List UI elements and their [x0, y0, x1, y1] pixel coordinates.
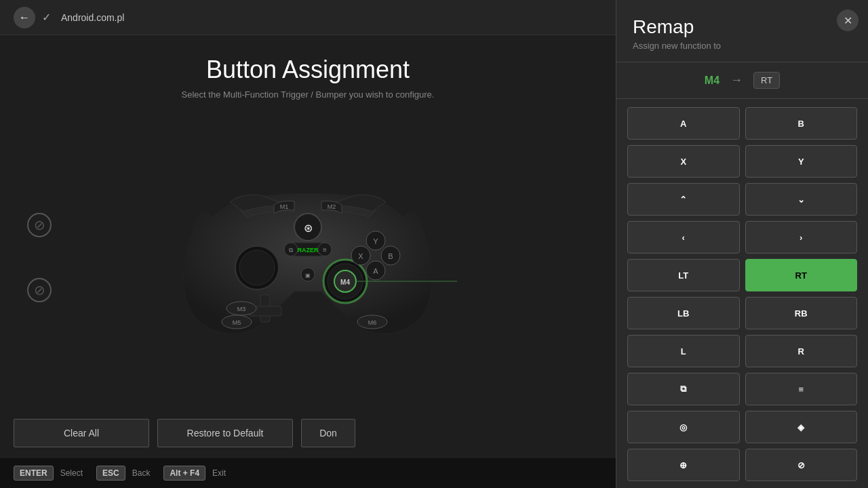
page-subtitle: Select the Multi-Function Trigger / Bump… — [14, 89, 602, 100]
enter-key: ENTER — [14, 466, 54, 481]
grid-btn-ls[interactable]: L — [627, 335, 740, 367]
done-button[interactable]: Don — [301, 419, 355, 447]
url-text: Android.com.pl — [61, 12, 124, 23]
alt-f4-label: Exit — [212, 468, 226, 478]
svg-text:Y: Y — [373, 237, 378, 245]
header-bar: ← ✓ Android.com.pl — [0, 0, 616, 35]
svg-text:M3: M3 — [237, 306, 246, 312]
svg-text:M2: M2 — [328, 203, 336, 210]
assign-from: M4 — [705, 75, 719, 87]
grid-btn-menu[interactable]: ≡ — [745, 373, 858, 405]
svg-text:M6: M6 — [368, 319, 377, 326]
remap-panel: ✕ Remap Assign new function to M4 → RT A… — [616, 0, 868, 488]
enter-label: Select — [60, 468, 83, 478]
grid-btn-guide_l[interactable]: ◎ — [627, 411, 740, 443]
assign-arrow: → — [730, 73, 743, 87]
grid-btn-y[interactable]: Y — [745, 145, 858, 178]
svg-text:B: B — [388, 252, 393, 260]
button-grid: ABXY⌃⌄‹›LTRTLBRBLR⧉≡◎◈⊕⊘ — [616, 99, 868, 488]
grid-btn-lt[interactable]: LT — [627, 259, 740, 291]
verified-icon: ✓ — [42, 11, 56, 24]
svg-text:≡: ≡ — [323, 246, 327, 253]
grid-btn-up[interactable]: ⌃ — [627, 183, 740, 216]
clear-all-button[interactable]: Clear All — [14, 419, 149, 447]
esc-key: ESC — [96, 466, 125, 481]
r-label: R — [846, 467, 854, 481]
svg-text:M5: M5 — [233, 319, 241, 326]
grid-btn-view[interactable]: ⧉ — [627, 373, 740, 405]
no-sign-bottom: ⊘ — [27, 278, 52, 302]
remap-header: Remap Assign new function to — [616, 0, 868, 62]
restore-default-button[interactable]: Restore to Default — [157, 419, 293, 447]
svg-text:RAZER: RAZER — [298, 247, 319, 253]
grid-btn-left[interactable]: ‹ — [627, 221, 740, 253]
grid-btn-b[interactable]: B — [745, 107, 858, 140]
grid-btn-down[interactable]: ⌄ — [745, 183, 858, 216]
assignment-row: M4 → RT — [616, 62, 868, 99]
grid-btn-none[interactable]: ⊘ — [745, 449, 858, 481]
controller-area: ⊘ ⊘ — [0, 106, 616, 408]
bottom-controls: Clear All Restore to Default Don — [0, 408, 616, 458]
controller-image: ⊛ RAZER ≡ ⧉ — [159, 163, 457, 352]
no-sign-top: ⊘ — [27, 213, 52, 237]
remap-subtitle: Assign new function to — [633, 41, 852, 51]
remap-title: Remap — [633, 16, 852, 38]
page-title: Button Assignment — [14, 56, 602, 84]
keyboard-bar: ENTER Select ESC Back Alt + F4 Exit — [0, 458, 616, 488]
grid-btn-guide_r[interactable]: ◈ — [745, 411, 858, 443]
grid-btn-crosshair[interactable]: ⊕ — [627, 449, 740, 481]
svg-text:A: A — [373, 267, 378, 275]
assign-to: RT — [753, 72, 780, 89]
grid-btn-a[interactable]: A — [627, 107, 740, 140]
page-title-area: Button Assignment Select the Multi-Funct… — [0, 35, 616, 106]
svg-text:M1: M1 — [280, 203, 289, 210]
left-side-labels: ⊘ ⊘ — [27, 213, 52, 302]
grid-btn-x[interactable]: X — [627, 145, 740, 178]
alt-f4-key: Alt + F4 — [163, 466, 205, 481]
svg-point-9 — [239, 250, 275, 285]
close-button[interactable]: ✕ — [837, 9, 859, 31]
grid-btn-rb[interactable]: RB — [745, 297, 858, 329]
svg-text:X: X — [358, 252, 363, 260]
grid-btn-rs[interactable]: R — [745, 335, 858, 367]
main-area: ← ✓ Android.com.pl Button Assignment Sel… — [0, 0, 616, 488]
grid-btn-rt[interactable]: RT — [745, 259, 858, 291]
svg-text:M4: M4 — [340, 279, 350, 286]
svg-text:▣: ▣ — [305, 272, 311, 279]
svg-text:⧉: ⧉ — [289, 247, 294, 253]
back-button[interactable]: ← — [14, 7, 35, 28]
svg-text:⊛: ⊛ — [304, 222, 313, 234]
grid-btn-right[interactable]: › — [745, 221, 858, 253]
grid-btn-lb[interactable]: LB — [627, 297, 740, 329]
esc-label: Back — [132, 468, 151, 478]
